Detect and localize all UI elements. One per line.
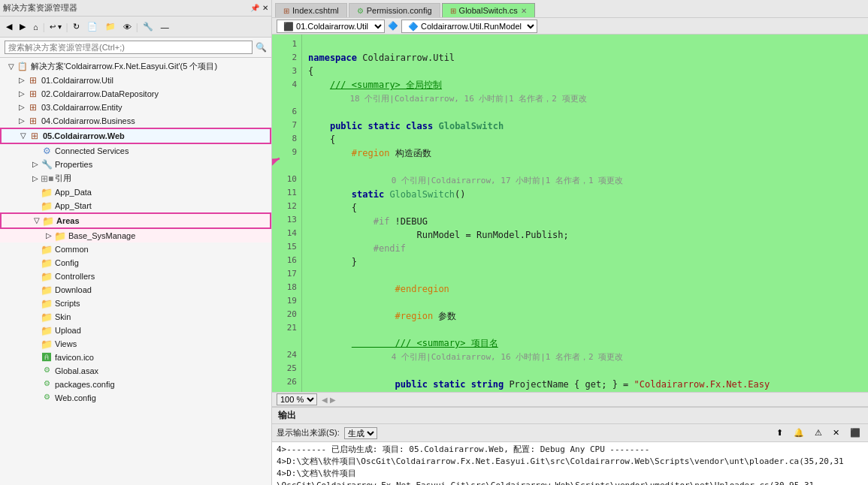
breadcrumb-dropdown1[interactable]: ⬛ 01.Coldairarrow.Util — [277, 20, 385, 33]
refs-expand[interactable]: ▷ — [30, 173, 41, 184]
preview-button[interactable]: — — [158, 21, 172, 33]
breadcrumb-dropdown2[interactable]: 🔷 Coldairarrow.Util.RunModel — [401, 20, 537, 33]
output-btn4[interactable]: ✕ — [830, 426, 842, 439]
tab-globalswitch[interactable]: ⊞ GlobalSwitch.cs ✕ — [442, 3, 535, 17]
connected-services[interactable]: ⚙ Connected Services — [0, 144, 271, 158]
areas-label: Areas — [56, 216, 80, 225]
props-expand[interactable]: ▷ — [30, 159, 41, 170]
connected-icon: ⚙ — [41, 146, 53, 156]
views-item[interactable]: 📁 Views — [0, 337, 271, 351]
solution-explorer: 解决方案资源管理器 📌 ✕ ◀ ▶ ⌂ | ↩ ▾ | ↻ 📄 📁 👁 | — [0, 0, 272, 485]
home-button[interactable]: ⌂ — [30, 21, 41, 33]
zoom-select[interactable]: 100 % — [277, 393, 317, 405]
solution-icon: 📋 — [17, 62, 29, 72]
forward-button[interactable]: ▶ — [17, 20, 29, 33]
output-btn2[interactable]: 🔔 — [791, 426, 807, 439]
sidebar-close[interactable]: ✕ — [262, 4, 268, 12]
upload-icon: 📁 — [41, 325, 53, 336]
solution-expand[interactable]: ▽ — [6, 62, 17, 72]
refresh-button[interactable]: ↻ — [70, 20, 83, 33]
config-icon: 📁 — [41, 258, 53, 268]
base-icon: 📁 — [54, 230, 66, 241]
tab-index[interactable]: ⊞ Index.cshtml — [275, 3, 347, 17]
web-config-item[interactable]: ⚙ Web.config — [0, 391, 271, 405]
download-item[interactable]: 📁 Download — [0, 283, 271, 297]
common-icon: 📁 — [41, 244, 53, 255]
output-line-3: 4>D:\文档\软件项目\OscGit\Coldairarrow.Fx.Net.… — [277, 468, 863, 485]
skin-label: Skin — [55, 312, 71, 321]
webconfig-label: Web.config — [55, 393, 96, 402]
project-2[interactable]: ▷ ⊞ 02.Coldairarrow.DataRepository — [0, 87, 271, 101]
project-3[interactable]: ▷ ⊞ 03.Coldairarrow.Entity — [0, 101, 271, 114]
project-4[interactable]: ▷ ⊞ 04.Coldairarrow.Business — [0, 114, 271, 128]
proj2-expand[interactable]: ▷ — [17, 89, 27, 99]
skin-item[interactable]: 📁 Skin — [0, 310, 271, 324]
config-item[interactable]: 📁 Config — [0, 256, 271, 270]
areas-expand[interactable]: ▽ — [32, 215, 42, 226]
proj1-expand[interactable]: ▷ — [17, 75, 27, 86]
new-file-button[interactable]: 📄 — [84, 20, 101, 33]
zoom-bar: 100 % ◀ ▶ — [272, 392, 868, 406]
sidebar-header: 解决方案资源管理器 📌 ✕ — [0, 0, 271, 17]
code-content[interactable]: namespace Coldairarrow.Util { /// <summa… — [302, 35, 868, 392]
output-content: 4>-------- 已启动生成: 项目: 05.Coldairarrow.We… — [272, 442, 868, 485]
tab-permission[interactable]: ⚙ Permission.config — [349, 3, 440, 17]
properties-button[interactable]: 🔧 — [140, 20, 156, 33]
breadcrumb-separator: 🔷 — [388, 21, 398, 31]
sidebar-pin[interactable]: 📌 — [250, 4, 259, 12]
proj1-icon: ⊞ — [27, 75, 39, 86]
appstart-item[interactable]: 📁 App_Start — [0, 199, 271, 212]
download-label: Download — [55, 285, 92, 294]
upload-item[interactable]: 📁 Upload — [0, 324, 271, 337]
output-btn3[interactable]: ⚠ — [812, 426, 825, 439]
references-label: 引用 — [55, 173, 71, 184]
proj2-label: 02.Coldairarrow.DataRepository — [41, 89, 159, 98]
output-header: 输出 — [272, 408, 868, 424]
scripts-icon: 📁 — [41, 298, 53, 309]
basesysmanage-item[interactable]: ▷ 📁 Base_SysManage — [0, 229, 271, 242]
undo-button[interactable]: ↩ ▾ — [47, 21, 65, 32]
references-item[interactable]: ▷ ⊞■ 引用 — [0, 171, 271, 185]
back-button[interactable]: ◀ — [3, 20, 15, 33]
common-label: Common — [55, 245, 89, 254]
common-item[interactable]: 📁 Common — [0, 242, 271, 256]
base-label: Base_SysManage — [68, 231, 135, 240]
favicon-item[interactable]: 🅰 favicon.ico — [0, 351, 271, 364]
areas-icon: 📁 — [42, 215, 54, 226]
proj5-icon: ⊞ — [29, 131, 41, 141]
packages-config-item[interactable]: ⚙ packages.config — [0, 378, 271, 391]
proj3-expand[interactable]: ▷ — [17, 102, 27, 113]
new-folder-button[interactable]: 📁 — [102, 20, 119, 33]
show-output-label: 显示输出来源(S): — [277, 427, 340, 438]
proj5-expand[interactable]: ▽ — [18, 131, 29, 141]
tab-index-icon: ⊞ — [283, 7, 289, 15]
appdata-item[interactable]: 📁 App_Data — [0, 185, 271, 199]
appdata-label: App_Data — [55, 188, 92, 197]
project-5[interactable]: ▽ ⊞ 05.Coldairarrow.Web — [0, 128, 271, 144]
properties-icon: 🔧 — [41, 159, 53, 170]
connected-label: Connected Services — [55, 146, 129, 155]
areas-item[interactable]: ▽ 📁 Areas — [0, 212, 271, 229]
search-input[interactable] — [5, 41, 253, 54]
project-1[interactable]: ▷ ⊞ 01.Coldairarrow.Util — [0, 74, 271, 87]
solution-root-item[interactable]: ▽ 📋 解决方案'Coldairarrow.Fx.Net.Easyui.Git'… — [0, 59, 271, 74]
output-btn5[interactable]: ⬛ — [847, 426, 863, 439]
scripts-item[interactable]: 📁 Scripts — [0, 297, 271, 310]
output-source-select[interactable]: 生成 — [344, 427, 377, 439]
webconfig-icon: ⚙ — [41, 393, 53, 403]
favicon-icon: 🅰 — [41, 352, 53, 363]
tab-gs-close[interactable]: ✕ — [521, 7, 527, 15]
proj4-expand[interactable]: ▷ — [17, 116, 27, 126]
show-all-button[interactable]: 👁 — [120, 21, 135, 33]
editor-body[interactable]: 1 2 3 4 5 6 7 8 9 — 10 11 12 13 — [272, 35, 868, 392]
upload-label: Upload — [55, 326, 81, 335]
base-expand[interactable]: ▷ — [44, 230, 54, 241]
favicon-label: favicon.ico — [55, 353, 94, 362]
appstart-icon: 📁 — [41, 200, 53, 211]
output-btn1[interactable]: ⬆ — [773, 426, 786, 439]
global-asax-item[interactable]: ⚙ Global.asax — [0, 364, 271, 378]
tab-gs-icon: ⊞ — [450, 7, 456, 15]
proj1-label: 01.Coldairarrow.Util — [41, 76, 113, 85]
controllers-item[interactable]: 📁 Controllers — [0, 270, 271, 283]
properties-item[interactable]: ▷ 🔧 Properties — [0, 158, 271, 171]
